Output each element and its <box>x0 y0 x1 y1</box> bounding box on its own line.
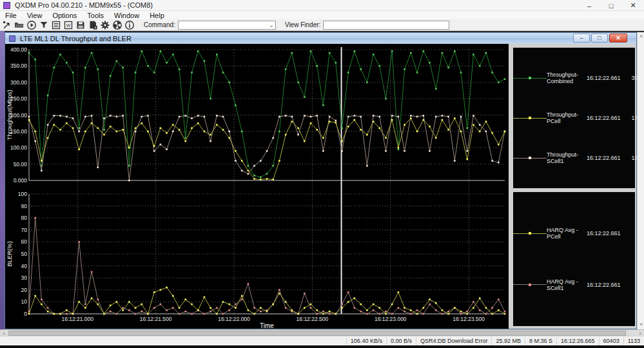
data-point <box>260 160 262 162</box>
data-point <box>260 177 262 179</box>
x-axis-title: Time <box>260 322 274 329</box>
wheel-icon[interactable] <box>112 20 122 30</box>
open-folder-icon[interactable] <box>14 20 24 30</box>
legend-column: Throughput-Combined16:12:22.661359.939Th… <box>512 44 636 329</box>
connect-icon[interactable] <box>1 20 12 30</box>
data-point <box>185 137 187 139</box>
horizontal-scroll-thumb[interactable] <box>8 331 626 336</box>
data-point <box>185 311 187 313</box>
maximize-button[interactable]: □ <box>600 0 622 11</box>
data-point <box>379 65 381 67</box>
data-point <box>304 293 306 295</box>
child-close-button[interactable]: ✕ <box>609 34 627 43</box>
data-point <box>47 124 49 126</box>
data-point <box>66 62 68 64</box>
data-point <box>160 144 162 146</box>
data-point <box>316 309 318 311</box>
data-point <box>228 82 230 84</box>
filter-icon[interactable] <box>38 20 49 30</box>
data-point <box>447 311 449 313</box>
data-point <box>166 132 168 134</box>
series-timestamp: 16:12:22.661 <box>587 75 627 81</box>
data-point <box>404 311 405 313</box>
data-point <box>78 241 80 243</box>
data-point <box>54 115 55 117</box>
data-point <box>204 131 206 133</box>
data-point <box>335 62 337 64</box>
data-point <box>28 313 30 315</box>
vertical-scrollbar[interactable]: ˄ ˅ <box>637 32 644 329</box>
throughput-bler-chart[interactable]: 400.00350.00300.00250.00200.00150.00100.… <box>6 44 509 329</box>
save-icon[interactable] <box>75 20 86 30</box>
menu-item-file[interactable]: File <box>0 12 22 19</box>
data-point <box>235 150 237 152</box>
data-point <box>404 68 405 70</box>
data-point <box>91 122 93 124</box>
menu-item-options[interactable]: Options <box>47 12 82 19</box>
data-point <box>329 313 331 315</box>
data-point <box>97 298 99 300</box>
menu-item-window[interactable]: Window <box>109 12 144 19</box>
close-button[interactable]: ✕ <box>622 0 644 11</box>
data-point <box>34 140 36 142</box>
legend-row-throughput-scell1[interactable]: Throughput-SCell116:12:22.661183.052 <box>513 148 635 168</box>
data-point <box>479 65 481 67</box>
scroll-up-icon[interactable]: ˄ <box>638 32 644 40</box>
legend-row-throughput-pcell[interactable]: Throughput-PCell16:12:22.661176.887 <box>513 108 635 128</box>
data-point <box>47 95 49 97</box>
data-point <box>160 289 162 291</box>
chart-canvas[interactable]: 400.00350.00300.00250.00200.00150.00100.… <box>6 44 509 329</box>
data-point <box>304 115 306 117</box>
legend-row-harq-scell1[interactable]: HARQ Avg -SCell116:12:22.6610 <box>513 275 635 295</box>
data-point <box>435 137 437 139</box>
data-point <box>216 124 218 126</box>
data-point <box>128 165 130 167</box>
child-title-bar[interactable]: LTE ML1 DL Throughput and BLER – □ ✕ <box>5 33 636 44</box>
play-icon[interactable] <box>26 20 37 30</box>
message-view-icon[interactable]: W <box>63 20 73 30</box>
view-finder-label: View Finder: <box>285 21 320 28</box>
menu-item-view[interactable]: View <box>22 12 48 19</box>
data-point <box>91 271 93 273</box>
y-tick-label: 100.00 <box>10 144 27 151</box>
data-point <box>410 117 412 119</box>
settings-gear-icon[interactable] <box>99 20 110 30</box>
data-point <box>385 313 387 315</box>
data-point <box>272 179 274 180</box>
minimize-button[interactable]: – <box>578 0 600 11</box>
view-finder-input[interactable] <box>323 21 449 30</box>
legend-row-harq-pcell[interactable]: HARQ Avg -PCell16:12:22.6610 <box>513 224 635 243</box>
command-label: Command: <box>144 21 175 28</box>
chart-panel: 400.00350.00300.00250.00200.00150.00100.… <box>5 44 636 329</box>
status-count-2: 1133 <box>623 337 644 345</box>
data-point <box>479 298 481 300</box>
data-point <box>447 313 449 315</box>
data-point <box>485 131 487 133</box>
data-point <box>473 53 474 55</box>
data-point <box>210 307 211 309</box>
menu-item-tools[interactable]: Tools <box>82 12 109 19</box>
chevron-down-icon[interactable]: ⌄ <box>269 22 274 28</box>
child-minimize-button[interactable]: – <box>573 34 590 43</box>
data-point <box>197 50 199 52</box>
data-point <box>41 170 43 172</box>
status-rx-rate: 106.40 KB/s <box>346 337 386 345</box>
data-point <box>72 117 74 119</box>
series-label: Throughput-Combined <box>547 72 587 84</box>
data-point <box>423 313 425 315</box>
legend-row-throughput-combined[interactable]: Throughput-Combined16:12:22.661359.939 <box>513 68 635 88</box>
item-view-icon[interactable] <box>50 20 61 30</box>
menu-item-help[interactable]: Help <box>144 12 170 19</box>
info-icon[interactable] <box>124 20 135 30</box>
child-maximize-button[interactable]: □ <box>591 34 608 43</box>
horizontal-scrollbar[interactable]: ‹ › <box>0 329 644 336</box>
data-point <box>485 313 487 315</box>
data-point <box>310 307 312 309</box>
data-point <box>404 150 405 152</box>
command-combobox[interactable]: ⌄ <box>178 21 276 30</box>
data-point <box>410 313 412 315</box>
scroll-down-icon[interactable]: ˅ <box>638 320 644 328</box>
export-icon[interactable] <box>87 20 98 30</box>
data-point <box>329 311 331 313</box>
data-point <box>322 137 324 139</box>
